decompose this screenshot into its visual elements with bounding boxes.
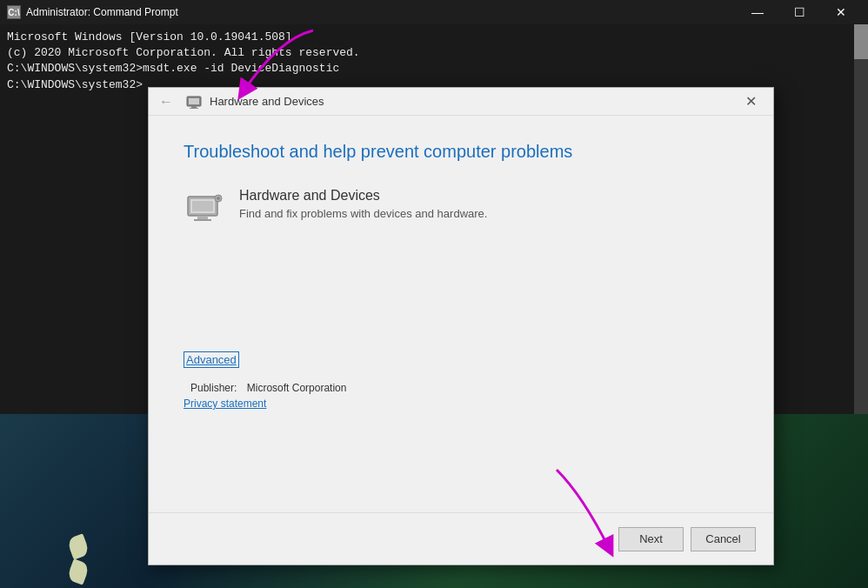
svg-rect-8	[194, 219, 211, 221]
privacy-statement-link[interactable]: Privacy statement	[184, 398, 738, 410]
item-hardware-icon	[184, 188, 225, 230]
scrollbar-thumb[interactable]	[854, 24, 868, 59]
dialog-close-button[interactable]: ✕	[735, 90, 766, 114]
cmd-titlebar: C:\ Administrator: Command Prompt — ☐ ✕	[0, 0, 868, 24]
svg-rect-6	[192, 201, 213, 211]
cancel-button[interactable]: Cancel	[691, 527, 756, 551]
butterfly-decoration	[70, 536, 104, 562]
hardware-devices-item: Hardware and Devices Find and fix proble…	[184, 188, 738, 230]
cmd-line-1: Microsoft Windows [Version 10.0.19041.50…	[7, 30, 828, 45]
item-desc: Find and fix problems with devices and h…	[239, 207, 738, 220]
dialog-titlebar: ← Hardware and Devices ✕	[149, 88, 773, 116]
dialog-back-button[interactable]: ←	[156, 91, 177, 112]
troubleshoot-dialog: ← Hardware and Devices ✕ Troubleshoot an…	[148, 87, 774, 565]
cmd-title: Administrator: Command Prompt	[26, 6, 738, 18]
dialog-footer: Next Cancel	[149, 512, 773, 565]
cmd-close-button[interactable]: ✕	[821, 0, 861, 24]
hardware-devices-icon	[184, 91, 204, 112]
publisher-line: Publisher: Microsoft Corporation	[184, 382, 738, 394]
dialog-body: Troubleshoot and help prevent computer p…	[149, 116, 773, 436]
maximize-button[interactable]: ☐	[779, 0, 819, 24]
item-title: Hardware and Devices	[239, 188, 738, 204]
cmd-line-2: (c) 2020 Microsoft Corporation. All righ…	[7, 45, 828, 61]
dialog-heading: Troubleshoot and help prevent computer p…	[184, 142, 738, 162]
svg-rect-2	[191, 106, 197, 108]
advanced-link[interactable]: Advanced	[184, 351, 239, 368]
dialog-title: Hardware and Devices	[210, 95, 735, 108]
item-text-block: Hardware and Devices Find and fix proble…	[239, 188, 738, 220]
minimize-button[interactable]: —	[738, 0, 778, 24]
svg-point-10	[217, 197, 220, 200]
svg-rect-7	[197, 216, 208, 219]
svg-rect-1	[189, 98, 199, 104]
cmd-line-4: C:\WINDOWS\system32>msdt.exe -id DeviceD…	[7, 61, 828, 77]
cmd-window-controls: — ☐ ✕	[738, 0, 861, 24]
cmd-icon: C:\	[7, 5, 21, 19]
publisher-label: Publisher:	[190, 382, 237, 394]
next-button[interactable]: Next	[618, 527, 684, 551]
publisher-value: Microsoft Corporation	[247, 382, 347, 394]
svg-rect-3	[190, 108, 198, 109]
